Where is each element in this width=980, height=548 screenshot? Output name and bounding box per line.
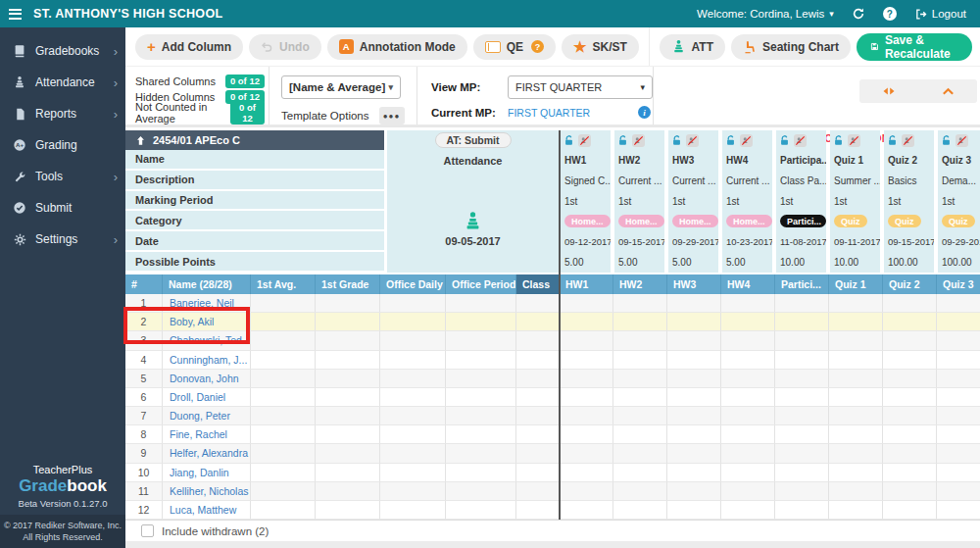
score-cell-hw4[interactable] [721,425,775,444]
score-cell-hw2[interactable] [613,388,667,407]
office-daily-cell[interactable] [380,313,446,331]
user-menu[interactable]: Welcome: Cordina, Lewis ▾ [697,8,834,20]
office-period-cell[interactable] [446,482,516,501]
score-cell-hw1[interactable] [560,444,613,463]
office-daily-cell[interactable] [380,351,446,370]
score-cell-participation[interactable] [775,313,829,331]
table-row[interactable]: 7 Duong, Peter [125,407,980,425]
score-cell-hw2[interactable] [613,294,667,313]
table-row[interactable]: 5 Donovan, John [125,370,980,388]
score-cell-hw4[interactable] [721,388,775,407]
header-grade-column[interactable]: Quiz 3 [937,274,980,294]
score-cell-quiz2[interactable] [883,407,937,425]
header-grade-column[interactable]: Quiz 1 [829,274,883,294]
class-cell[interactable] [516,501,560,520]
unlock-icon[interactable] [778,134,791,147]
at-submit-button[interactable]: AT: Submit [434,132,511,148]
class-cell[interactable] [516,313,560,331]
score-cell-participation[interactable] [775,464,829,482]
unlock-icon[interactable] [940,134,953,147]
student-name-cell[interactable]: Helfer, Alexandra [163,444,251,463]
class-cell[interactable] [516,351,560,370]
score-cell-quiz2[interactable] [883,313,937,331]
office-period-cell[interactable] [446,425,516,444]
score-cell-quiz1[interactable] [829,294,883,313]
score-cell-quiz3[interactable] [937,370,980,388]
table-row[interactable]: 6 Droll, Daniel [125,388,980,407]
score-cell-hw2[interactable] [613,501,667,520]
student-name-cell[interactable]: Droll, Daniel [163,388,251,407]
score-cell-participation[interactable] [775,388,829,407]
score-cell-quiz3[interactable] [937,313,980,331]
class-cell[interactable] [516,425,560,444]
score-cell-hw1[interactable] [560,407,613,425]
score-cell-quiz2[interactable] [883,464,937,482]
collapse-panel-icon[interactable] [918,79,977,103]
score-cell-quiz2[interactable] [883,388,937,407]
student-name-link[interactable]: Cunningham, J... [170,354,247,366]
score-cell-hw3[interactable] [667,294,721,313]
logout-button[interactable]: Logout [914,8,966,21]
score-cell-hw4[interactable] [721,313,775,331]
column-name[interactable]: Participa... [776,150,826,171]
hamburger-menu-icon[interactable] [0,0,29,27]
office-period-cell[interactable] [446,501,516,520]
score-cell-quiz1[interactable] [829,331,883,350]
score-cell-hw1[interactable] [560,370,613,388]
header-office-period[interactable]: Office Period [446,274,516,294]
class-cell[interactable] [516,370,560,388]
score-cell-quiz3[interactable] [937,444,980,463]
office-period-cell[interactable] [446,388,516,407]
seating-chart-button[interactable]: Seating Chart [731,34,851,60]
header-1st-grade[interactable]: 1st Grade [316,274,380,294]
table-row[interactable]: 3 Chabowski, Ted... [125,331,980,350]
score-cell-hw2[interactable] [613,351,667,370]
score-cell-hw2[interactable] [613,464,667,482]
score-cell-hw1[interactable] [560,388,613,407]
office-period-cell[interactable] [446,331,516,350]
score-cell-hw1[interactable] [560,482,613,501]
class-cell[interactable] [516,331,560,350]
score-cell-quiz3[interactable] [937,425,980,444]
sk-st-button[interactable]: ★ SK/ST [562,34,639,60]
office-daily-cell[interactable] [380,388,446,407]
score-cell-quiz2[interactable] [883,425,937,444]
score-cell-quiz1[interactable] [829,464,883,482]
column-name[interactable]: Quiz 3 [938,150,980,171]
score-cell-participation[interactable] [775,351,829,370]
share-disabled-icon[interactable] [956,134,968,147]
score-cell-hw3[interactable] [667,444,721,463]
score-cell-quiz3[interactable] [937,294,980,313]
student-name-link[interactable]: Duong, Peter [170,410,230,422]
table-row[interactable]: 1 Banerjee, Neil [125,294,980,313]
score-cell-quiz3[interactable] [937,351,980,370]
student-name-link[interactable]: Helfer, Alexandra [170,447,248,459]
score-cell-hw3[interactable] [667,351,721,370]
score-cell-hw2[interactable] [613,370,667,388]
student-name-link[interactable]: Donovan, John [170,373,239,384]
class-cell[interactable] [516,407,560,425]
score-cell-hw3[interactable] [667,313,721,331]
unlock-icon[interactable] [670,134,683,147]
score-cell-hw3[interactable] [667,331,721,350]
student-name-cell[interactable]: Duong, Peter [163,407,251,425]
score-cell-quiz1[interactable] [829,351,883,370]
header-grade-column[interactable]: HW1 [560,274,613,294]
student-name-cell[interactable]: Boby, Akil [163,313,251,331]
score-cell-quiz1[interactable] [829,482,883,501]
office-period-cell[interactable] [446,407,516,425]
qe-help-icon[interactable]: ? [531,40,544,53]
annotation-mode-button[interactable]: A Annotation Mode [327,34,467,60]
office-period-cell[interactable] [446,351,516,370]
sidebar-item-settings[interactable]: Settings › [0,224,125,255]
score-cell-quiz2[interactable] [883,370,937,388]
class-cell[interactable] [516,482,560,501]
undo-button[interactable]: Undo [249,34,321,60]
student-name-cell[interactable]: Cunningham, J... [163,351,251,370]
info-icon[interactable]: i [638,106,651,119]
table-row[interactable]: 2 Boby, Akil [125,313,980,331]
score-cell-quiz3[interactable] [937,482,980,501]
student-name-cell[interactable]: Banerjee, Neil [163,294,251,313]
score-cell-hw3[interactable] [667,407,721,425]
score-cell-participation[interactable] [775,407,829,425]
